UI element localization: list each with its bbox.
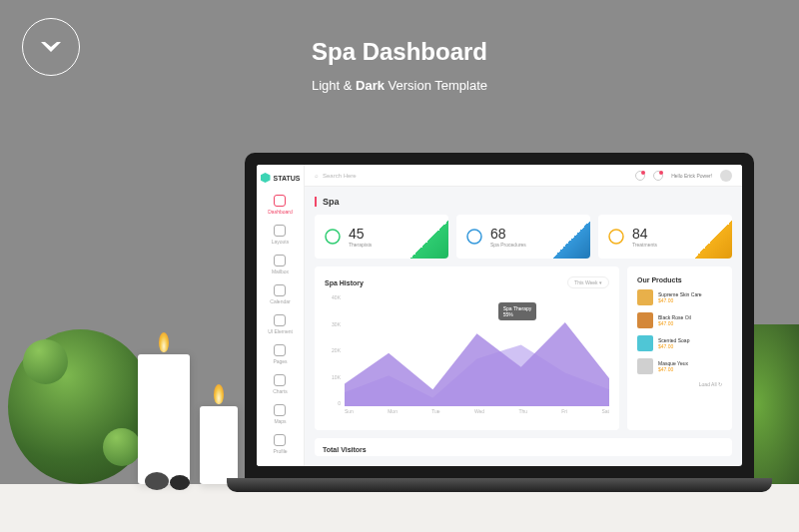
nav-icon — [274, 374, 286, 386]
stat-card-spa-procedures[interactable]: 68Spa Procedures — [456, 215, 590, 259]
brand-text: STATUS — [274, 175, 301, 182]
products-card: Our Products Supreme Skin Care$47.00Blac… — [627, 266, 732, 430]
laptop-mockup: STATUS DashboardLayoutsMailboxCalendarUI… — [245, 153, 754, 492]
product-item[interactable]: Supreme Skin Care$47.00 — [637, 289, 722, 305]
stone-decor — [170, 475, 190, 490]
stat-icon — [606, 227, 626, 247]
chart-card: Spa History This Week ▾ 40K30K20K10K0 — [315, 266, 619, 430]
sidebar-item-layouts[interactable]: Layouts — [272, 225, 290, 245]
stat-triangle — [694, 221, 732, 259]
sidebar-item-profile[interactable]: Profile — [273, 434, 287, 454]
search-input[interactable]: ⌕ Search Here — [315, 173, 627, 179]
visitors-title: Total Visitors — [323, 446, 724, 453]
product-image — [637, 335, 653, 351]
nav-icon — [274, 195, 286, 207]
nav-icon — [274, 404, 286, 416]
svg-point-0 — [326, 230, 340, 244]
nav-icon — [274, 434, 286, 446]
sidebar-item-maps[interactable]: Maps — [274, 404, 286, 424]
product-item[interactable]: Masque Yeux$47.00 — [637, 358, 722, 374]
nav-icon — [274, 284, 286, 296]
svg-point-1 — [467, 230, 481, 244]
notification-icon[interactable] — [653, 171, 663, 181]
page-title: Spa — [315, 197, 732, 207]
dashboard-app: STATUS DashboardLayoutsMailboxCalendarUI… — [257, 165, 742, 466]
stat-icon — [464, 227, 484, 247]
stat-card-therapists[interactable]: 45Therapists — [315, 215, 448, 259]
stone-decor — [145, 472, 169, 490]
hero-title: Spa Dashboard — [312, 38, 487, 66]
stat-icon — [323, 227, 343, 247]
stat-triangle — [552, 221, 590, 259]
sidebar-item-mailbox[interactable]: Mailbox — [272, 255, 289, 274]
candle-small — [200, 406, 238, 484]
nav-icon — [274, 225, 286, 237]
sidebar-item-dashboard[interactable]: Dashboard — [268, 195, 292, 215]
stat-triangle — [410, 221, 448, 259]
products-title: Our Products — [637, 276, 722, 283]
product-image — [637, 312, 653, 328]
brand-badge — [22, 18, 80, 76]
product-image — [637, 358, 653, 374]
svg-point-2 — [609, 230, 623, 244]
plant-decor — [8, 329, 153, 484]
area-chart[interactable]: 40K30K20K10K0 Spa Therapy55% — [325, 294, 609, 420]
nav-icon — [274, 344, 286, 356]
sidebar-item-calendar[interactable]: Calendar — [270, 284, 290, 304]
search-icon: ⌕ — [315, 173, 319, 179]
product-image — [637, 289, 653, 305]
candle-large — [138, 354, 190, 484]
sidebar-item-charts[interactable]: Charts — [273, 374, 288, 394]
product-item[interactable]: Scented Soap$47.00 — [637, 335, 722, 351]
stat-card-treatments[interactable]: 84Treatments — [598, 215, 732, 259]
topbar: ⌕ Search Here Hello Erick Power! — [305, 165, 742, 187]
nav-icon — [274, 314, 286, 326]
chart-tooltip: Spa Therapy55% — [498, 302, 537, 320]
logo-icon — [261, 173, 271, 183]
user-greeting: Hello Erick Power! — [671, 173, 712, 179]
hero-subtitle: Light & Dark Version Template — [312, 78, 487, 93]
logo[interactable]: STATUS — [261, 173, 301, 183]
sidebar-item-pages[interactable]: Pages — [273, 344, 287, 364]
product-item[interactable]: Black Rose Oil$47.00 — [637, 312, 722, 328]
chart-filter-dropdown[interactable]: This Week ▾ — [567, 276, 609, 288]
chart-title: Spa History — [325, 279, 364, 286]
visitors-card: Total Visitors — [315, 438, 732, 456]
load-more-link[interactable]: Load All ↻ — [637, 381, 722, 387]
sidebar-item-ui-element[interactable]: UI Element — [268, 314, 293, 334]
avatar[interactable] — [720, 170, 732, 182]
cart-icon[interactable] — [635, 171, 645, 181]
nav-icon — [274, 255, 286, 266]
sidebar: STATUS DashboardLayoutsMailboxCalendarUI… — [257, 165, 305, 466]
